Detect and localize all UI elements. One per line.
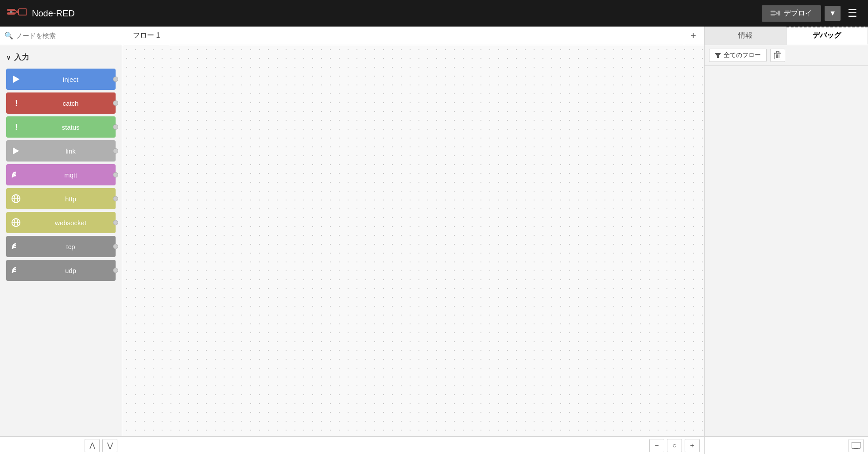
right-panel-tabs: 情報 デバッグ bbox=[705, 27, 868, 45]
node-udp-icon bbox=[6, 260, 26, 281]
node-item-mqtt[interactable]: mqtt bbox=[6, 164, 116, 185]
node-item-link[interactable]: link bbox=[6, 140, 116, 162]
search-icon: 🔍 bbox=[4, 31, 13, 40]
node-catch-label: catch bbox=[26, 92, 116, 114]
node-inject-label: inject bbox=[26, 69, 116, 90]
node-catch-port bbox=[113, 100, 118, 106]
node-list: ∨ 入力 inject ! catch bbox=[0, 45, 122, 436]
zoom-reset-button[interactable]: ○ bbox=[667, 439, 682, 452]
node-link-icon bbox=[6, 140, 26, 162]
svg-rect-28 bbox=[852, 442, 860, 448]
node-status-port bbox=[113, 124, 118, 130]
filter-icon bbox=[715, 52, 721, 58]
svg-rect-6 bbox=[771, 11, 775, 12]
deploy-button[interactable]: デプロイ bbox=[762, 5, 821, 22]
node-http-port bbox=[113, 196, 118, 201]
header: Node-RED デプロイ ▼ ☰ bbox=[0, 0, 868, 27]
node-tcp-label: tcp bbox=[26, 236, 116, 257]
header-left: Node-RED bbox=[7, 7, 75, 19]
trash-icon bbox=[774, 51, 781, 59]
svg-marker-11 bbox=[13, 76, 19, 83]
sidebar-footer: ⋀ ⋁ bbox=[0, 436, 122, 454]
hamburger-menu-button[interactable]: ☰ bbox=[844, 5, 861, 21]
node-status-label: status bbox=[26, 116, 116, 138]
svg-rect-10 bbox=[778, 11, 780, 15]
zoom-out-button[interactable]: − bbox=[649, 439, 664, 452]
filter-flow-button[interactable]: 全てのフロー bbox=[709, 49, 767, 62]
monitor-icon bbox=[852, 442, 860, 449]
node-websocket-label: websocket bbox=[26, 212, 116, 233]
header-right: デプロイ ▼ ☰ bbox=[762, 5, 861, 22]
svg-text:!: ! bbox=[15, 123, 18, 131]
canvas-area: フロー 1 + − ○ + bbox=[122, 27, 704, 454]
node-websocket-port bbox=[113, 220, 118, 225]
sidebar: 🔍 ∨ 入力 inject ! bbox=[0, 27, 122, 454]
svg-marker-21 bbox=[715, 53, 721, 58]
right-panel: 情報 デバッグ 全てのフロー bbox=[704, 27, 868, 454]
right-panel-footer bbox=[705, 436, 868, 454]
category-header-input[interactable]: ∨ 入力 bbox=[0, 49, 122, 66]
node-tcp-icon bbox=[6, 236, 26, 257]
node-link-label: link bbox=[26, 140, 116, 162]
category-arrow-icon: ∨ bbox=[6, 54, 11, 61]
node-udp-port bbox=[113, 268, 118, 273]
node-websocket-icon bbox=[6, 212, 26, 233]
category-label: 入力 bbox=[14, 52, 29, 62]
node-mqtt-label: mqtt bbox=[26, 164, 116, 185]
node-item-status[interactable]: ! status bbox=[6, 116, 116, 138]
scroll-down-button[interactable]: ⋁ bbox=[102, 439, 117, 452]
node-mqtt-port bbox=[113, 172, 118, 177]
svg-rect-5 bbox=[10, 11, 12, 13]
monitor-button[interactable] bbox=[849, 439, 864, 452]
svg-text:!: ! bbox=[15, 99, 18, 108]
node-catch-icon: ! bbox=[6, 92, 26, 114]
node-item-http[interactable]: http bbox=[6, 188, 116, 209]
main-layout: 🔍 ∨ 入力 inject ! bbox=[0, 27, 868, 454]
deploy-icon bbox=[771, 10, 780, 17]
svg-marker-14 bbox=[13, 147, 19, 154]
deploy-dropdown-button[interactable]: ▼ bbox=[825, 6, 841, 21]
canvas-tab-flow1[interactable]: フロー 1 bbox=[124, 27, 169, 45]
tab-debug[interactable]: デバッグ bbox=[787, 27, 868, 45]
node-item-tcp[interactable]: tcp bbox=[6, 236, 116, 257]
node-red-logo-icon bbox=[7, 7, 27, 19]
canvas-tab-add-button[interactable]: + bbox=[684, 27, 702, 45]
node-item-catch[interactable]: ! catch bbox=[6, 92, 116, 114]
svg-rect-4 bbox=[19, 9, 27, 15]
zoom-in-button[interactable]: + bbox=[685, 439, 700, 452]
app-title: Node-RED bbox=[32, 8, 75, 19]
node-http-label: http bbox=[26, 188, 116, 209]
right-panel-content bbox=[705, 66, 868, 436]
node-item-inject[interactable]: inject bbox=[6, 69, 116, 90]
svg-line-9 bbox=[775, 13, 778, 15]
node-item-websocket[interactable]: websocket bbox=[6, 212, 116, 233]
node-inject-port bbox=[113, 77, 118, 82]
clear-debug-button[interactable] bbox=[770, 49, 785, 62]
search-input[interactable] bbox=[16, 32, 117, 39]
node-mqtt-icon bbox=[6, 164, 26, 185]
node-udp-label: udp bbox=[26, 260, 116, 281]
scroll-up-button[interactable]: ⋀ bbox=[85, 439, 100, 452]
right-panel-toolbar: 全てのフロー bbox=[705, 45, 868, 66]
search-bar: 🔍 bbox=[0, 27, 122, 45]
node-http-icon bbox=[6, 188, 26, 209]
node-inject-icon bbox=[6, 69, 26, 90]
tab-info[interactable]: 情報 bbox=[705, 27, 787, 45]
node-link-port bbox=[113, 148, 118, 154]
node-item-udp[interactable]: udp bbox=[6, 260, 116, 281]
canvas-content[interactable] bbox=[122, 45, 704, 436]
svg-rect-7 bbox=[771, 14, 775, 15]
canvas-tabs: フロー 1 + bbox=[122, 27, 704, 45]
node-status-icon: ! bbox=[6, 116, 26, 138]
node-tcp-port bbox=[113, 244, 118, 249]
canvas-footer: − ○ + bbox=[122, 436, 704, 454]
